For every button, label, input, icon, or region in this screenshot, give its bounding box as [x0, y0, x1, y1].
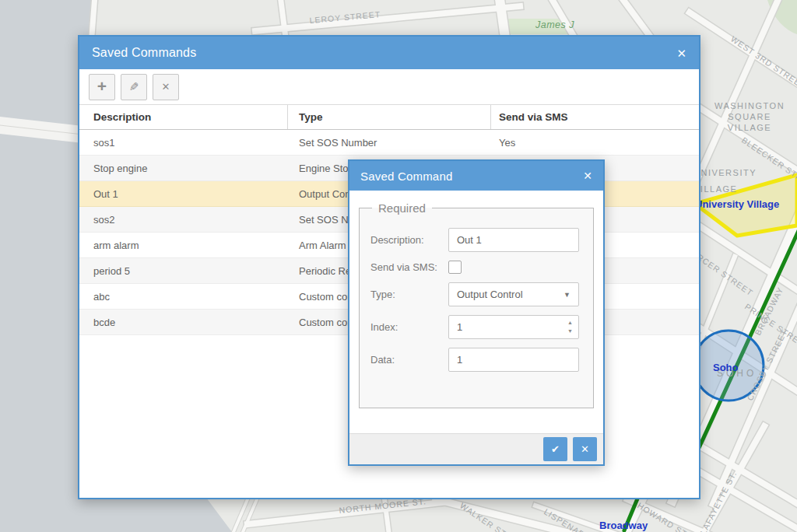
cell-description: Stop engine: [79, 163, 288, 174]
index-label: Index:: [370, 321, 448, 333]
app-stage: LEROY STREET James J WEST 3RD STREET WAS…: [0, 0, 797, 532]
saved-commands-title: Saved Commands: [92, 46, 676, 60]
send-via-sms-checkbox[interactable]: [448, 261, 462, 274]
index-stepper: ▲ ▼: [448, 315, 579, 339]
column-header-description[interactable]: Description: [79, 105, 288, 129]
table-row[interactable]: sos1 Set SOS Number Yes: [79, 130, 699, 156]
step-up-icon[interactable]: ▲: [566, 318, 574, 327]
saved-command-footer: ✔ ✕: [349, 433, 603, 464]
saved-command-dialog: Saved Command ✕ Required Description: Se…: [348, 159, 605, 466]
description-field[interactable]: [448, 228, 579, 252]
cell-description: sos2: [79, 214, 288, 226]
data-field[interactable]: [448, 348, 579, 372]
overlay-label-broadway: Broadway: [599, 520, 648, 531]
cell-description: arm alarm: [79, 240, 288, 251]
edit-command-button[interactable]: ✎: [121, 74, 147, 100]
place-label-washington-1: WASHINGTON: [714, 101, 785, 110]
send-via-sms-label: Send via SMS:: [370, 261, 448, 273]
cancel-button[interactable]: ✕: [573, 437, 597, 461]
cell-description: sos1: [79, 137, 288, 149]
form-row-type: Type: Output Control ▼: [370, 282, 582, 306]
chevron-down-icon: ▼: [564, 291, 571, 299]
cell-sms: Yes: [491, 137, 699, 149]
form-row-data: Data:: [370, 348, 582, 372]
place-label-university-1: UNIVERSITY: [693, 168, 757, 177]
required-fieldset: Required Description: Send via SMS: Type…: [359, 201, 594, 408]
plus-icon: +: [97, 77, 107, 96]
place-label-washington-2: SQUARE: [728, 112, 771, 121]
add-command-button[interactable]: +: [89, 74, 115, 100]
check-icon: ✔: [551, 443, 560, 455]
type-dropdown-value: Output Control: [457, 289, 523, 300]
data-label: Data:: [370, 354, 448, 366]
form-row-description: Description:: [370, 228, 582, 252]
description-label: Description:: [370, 234, 448, 246]
cell-description: period 5: [79, 265, 288, 277]
delete-command-button[interactable]: ✕: [153, 74, 179, 100]
index-field[interactable]: [448, 315, 579, 339]
saved-command-title: Saved Command: [360, 170, 583, 183]
type-label: Type:: [370, 289, 448, 300]
form-row-sms: Send via SMS:: [370, 261, 582, 274]
table-header: Description Type Send via SMS: [79, 104, 699, 130]
column-header-sms[interactable]: Send via SMS: [491, 105, 699, 129]
confirm-button[interactable]: ✔: [543, 437, 567, 461]
close-icon[interactable]: ✕: [676, 47, 686, 59]
cell-description: abc: [79, 291, 288, 303]
commands-toolbar: + ✎ ✕: [79, 69, 699, 104]
saved-commands-header: Saved Commands ✕: [79, 37, 699, 69]
stepper-arrows: ▲ ▼: [566, 318, 574, 335]
pencil-icon: ✎: [129, 80, 139, 94]
form-row-index: Index: ▲ ▼: [370, 315, 582, 339]
step-down-icon[interactable]: ▼: [566, 327, 574, 335]
type-dropdown[interactable]: Output Control ▼: [448, 282, 579, 306]
overlay-label-university-village: University Village: [695, 198, 779, 210]
cell-type: Set SOS Number: [288, 137, 491, 149]
close-icon: ✕: [581, 443, 589, 455]
cell-description: Out 1: [79, 188, 288, 200]
column-header-type[interactable]: Type: [288, 105, 491, 129]
place-label-washington-3: VILLAGE: [728, 123, 771, 132]
delete-icon: ✕: [162, 81, 170, 93]
cell-description: bcde: [79, 317, 288, 328]
saved-command-form: Required Description: Send via SMS: Type…: [349, 191, 603, 433]
saved-command-header: Saved Command ✕: [349, 161, 603, 191]
park-label-james: James J: [535, 19, 574, 30]
close-icon[interactable]: ✕: [583, 170, 592, 181]
overlay-label-soho: Soho: [713, 362, 739, 373]
required-legend: Required: [372, 201, 432, 215]
